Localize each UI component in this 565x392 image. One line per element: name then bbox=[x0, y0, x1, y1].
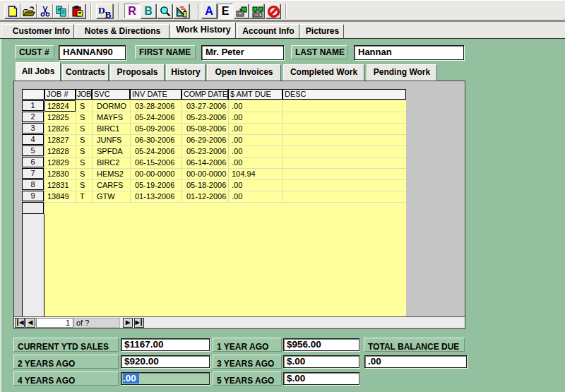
svg-text:B: B bbox=[105, 9, 112, 18]
svg-text:D: D bbox=[98, 6, 105, 16]
